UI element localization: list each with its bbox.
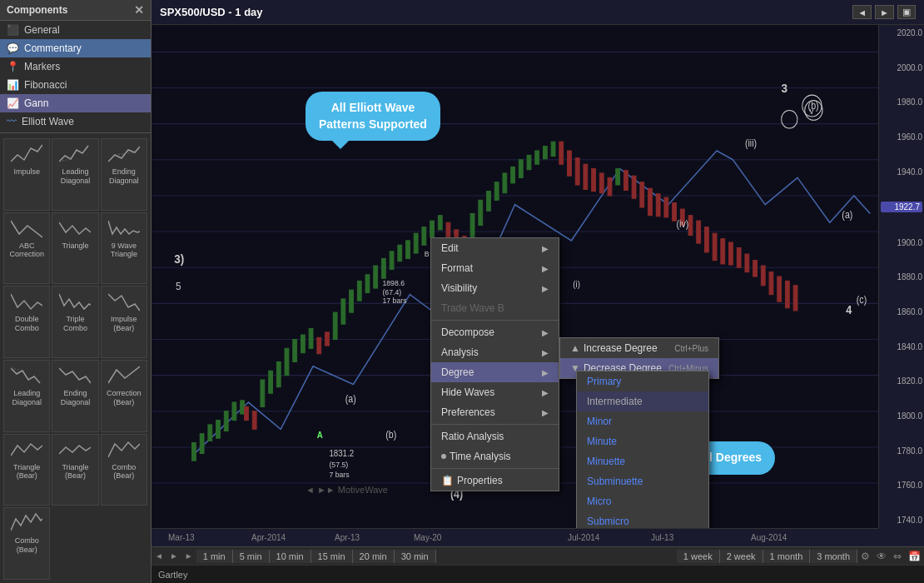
bottom-bar: ◄ ► ► 1 min 5 min 10 min 15 min 20 min 3… [152, 546, 924, 565]
tab-3month[interactable]: 3 month [810, 550, 857, 563]
tab-5min[interactable]: 5 min [233, 550, 270, 563]
degree-subminuette[interactable]: Subminuette [577, 471, 708, 491]
tab-30min[interactable]: 30 min [395, 550, 436, 563]
menu-format[interactable]: Format ▶ [431, 258, 559, 278]
combo-bear-icon [108, 439, 140, 461]
svg-rect-38 [365, 275, 370, 293]
price-1960: 1960.0 [881, 132, 922, 142]
svg-rect-33 [325, 332, 330, 346]
sidebar-item-fibonacci[interactable]: 📊 Fibonacci [0, 76, 151, 94]
svg-text:(i): (i) [573, 279, 580, 289]
menu-degree[interactable]: Degree ▶ [431, 362, 559, 382]
wave-correction-bear[interactable]: Correction (Bear) [101, 360, 147, 432]
submenu-list: Primary Intermediate Minor Minute Minuet… [576, 371, 709, 528]
menu-analysis[interactable]: Analysis ▶ [431, 342, 559, 362]
tab-1min[interactable]: 1 min [196, 550, 233, 563]
scroll-right-1-btn[interactable]: ► [166, 551, 181, 561]
menu-hide-waves[interactable]: Hide Waves ▶ [431, 382, 559, 402]
degree-intermediate[interactable]: Intermediate [577, 391, 708, 411]
tab-10min[interactable]: 10 min [270, 550, 311, 563]
wave-impulse-bear[interactable]: Impulse (Bear) [101, 286, 147, 358]
leading-diagonal-icon [59, 143, 91, 165]
degree-minuette[interactable]: Minuette [577, 451, 708, 471]
svg-rect-58 [527, 155, 531, 169]
svg-text:(a): (a) [345, 393, 356, 404]
wave-impulse[interactable]: Impulse [3, 138, 50, 211]
tab-15min[interactable]: 15 min [311, 550, 353, 563]
sidebar-item-elliottwave[interactable]: 〰 Elliott Wave [0, 112, 151, 131]
wave-leading-diagonal-2[interactable]: Leading Diagonal [3, 360, 50, 432]
degree-minor[interactable]: Minor [577, 411, 708, 431]
xaxis-jul13: Jul-13 [651, 533, 673, 542]
svg-text:(67.4): (67.4) [382, 287, 401, 296]
wave-combo-bear[interactable]: Combo (Bear) [101, 434, 147, 506]
wave-ending-diagonal-2[interactable]: Ending Diagonal [52, 360, 98, 432]
svg-rect-52 [479, 200, 483, 225]
tab-2week[interactable]: 2 week [720, 550, 763, 563]
wave-combo-bear-2[interactable]: Combo (Bear) [3, 507, 50, 580]
price-axis: 2020.0 2000.0 1980.0 1960.0 1940.0 1922.… [878, 25, 924, 528]
wave-double-combo[interactable]: Double Combo [3, 286, 50, 358]
chart-title: SPX500/USD - 1 day [160, 6, 263, 18]
tab-1month[interactable]: 1 month [763, 550, 811, 563]
wave-abc-correction[interactable]: ABC Correction [3, 212, 50, 285]
scroll-right-2-btn[interactable]: ► [181, 551, 196, 561]
chart-icon-4[interactable]: 📅 [905, 551, 924, 562]
svg-rect-74 [656, 194, 660, 217]
svg-rect-87 [761, 266, 765, 286]
triangle-bear-2-icon [59, 439, 91, 461]
degree-primary[interactable]: Primary [577, 371, 708, 391]
price-1980: 1980.0 [881, 97, 922, 107]
main-container: Components ✕ ⬛ General 💬 Commentary 📍 Ma… [0, 0, 924, 583]
submenu-increase-degree[interactable]: ▲ Increase Degree Ctrl+Plus [560, 338, 718, 358]
scroll-left-btn[interactable]: ◄ [152, 551, 166, 561]
chart-icon-2[interactable]: 👁 [873, 551, 890, 562]
price-current: 1922.7 [881, 202, 922, 212]
chart-icon-1[interactable]: ⚙ [857, 551, 873, 562]
price-1740: 1740.0 [881, 516, 922, 525]
wave-ending-diagonal[interactable]: Ending Diagonal [101, 138, 147, 211]
chart-expand[interactable]: ▣ [897, 5, 916, 19]
svg-rect-86 [753, 261, 758, 277]
sidebar-item-commentary[interactable]: 💬 Commentary [0, 39, 151, 57]
svg-rect-82 [721, 239, 725, 264]
degree-submicro[interactable]: Submicro [577, 511, 708, 528]
sidebar: Components ✕ ⬛ General 💬 Commentary 📍 Ma… [0, 0, 152, 583]
menu-decompose[interactable]: Decompose ▶ [431, 322, 559, 342]
hide-waves-arrow: ▶ [542, 388, 549, 397]
menu-time-analysis[interactable]: Time Analysis [431, 446, 559, 466]
tab-20min[interactable]: 20 min [353, 550, 395, 563]
wave-leading-diagonal[interactable]: Leading Diagonal [52, 138, 98, 211]
menu-preferences[interactable]: Preferences ▶ [431, 402, 559, 422]
menu-ratio-analysis[interactable]: Ratio Analysis [431, 426, 559, 446]
degree-minute[interactable]: Minute [577, 431, 708, 451]
status-text: Gartley [158, 570, 187, 580]
sidebar-item-markers[interactable]: 📍 Markers [0, 57, 151, 76]
wave-triple-combo[interactable]: Triple Combo [52, 286, 98, 358]
chart-icon-3[interactable]: ⇔ [890, 551, 905, 562]
svg-rect-60 [543, 147, 547, 159]
svg-rect-57 [519, 160, 523, 178]
menu-properties[interactable]: 📋 Properties [431, 471, 559, 491]
menu-edit[interactable]: Edit ▶ [431, 238, 559, 258]
wave-9wave-triangle[interactable]: 9 Wave Triangle [101, 212, 147, 285]
chart-scroll-right[interactable]: ► [875, 5, 894, 19]
wave-triangle-bear-2[interactable]: Triangle (Bear) [52, 434, 98, 506]
svg-rect-81 [713, 233, 717, 260]
svg-rect-55 [503, 173, 507, 193]
wave-triangle-bear[interactable]: Triangle (Bear) [3, 434, 50, 506]
chart-scroll-left[interactable]: ◄ [852, 5, 872, 19]
svg-rect-68 [608, 177, 612, 196]
wave-triangle[interactable]: Triangle [52, 212, 98, 285]
close-button[interactable]: ✕ [134, 3, 144, 17]
svg-rect-66 [592, 169, 596, 192]
sidebar-item-general[interactable]: ⬛ General [0, 21, 151, 39]
sidebar-item-gann[interactable]: 📈 Gann [0, 94, 151, 112]
tab-1week[interactable]: 1 week [677, 550, 720, 563]
svg-rect-47 [438, 216, 442, 230]
menu-visibility[interactable]: Visibility ▶ [431, 278, 559, 298]
xaxis-apr2014: Apr-2014 [251, 533, 286, 542]
svg-rect-72 [640, 182, 644, 207]
price-1860: 1860.0 [881, 307, 922, 316]
degree-micro[interactable]: Micro [577, 491, 708, 511]
